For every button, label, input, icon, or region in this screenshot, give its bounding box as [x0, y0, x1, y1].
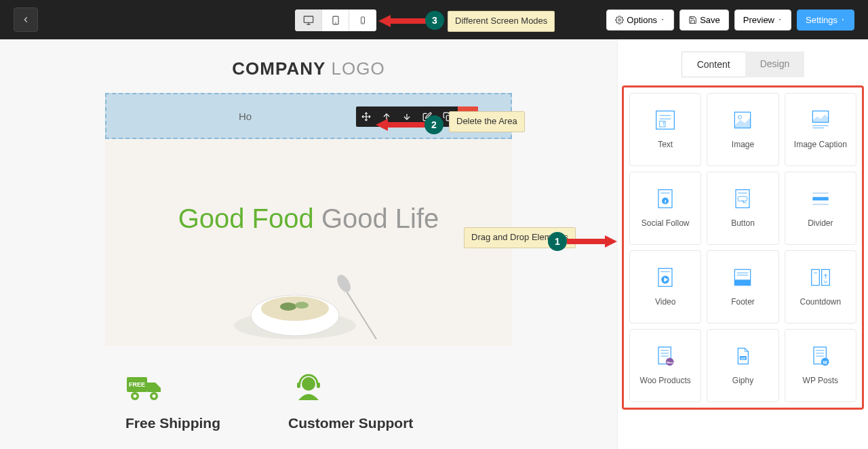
element-label: Countdown: [800, 297, 841, 307]
options-label: Options: [627, 15, 657, 25]
element-wp-posts[interactable]: WWP Posts: [785, 329, 856, 402]
svg-rect-0: [304, 16, 313, 22]
tab-design[interactable]: Design: [745, 52, 805, 77]
annotation-2: Delete the Area: [449, 111, 525, 132]
svg-text:T: T: [663, 121, 665, 126]
element-label: Giphy: [732, 376, 753, 385]
element-footer[interactable]: Footer: [707, 250, 778, 324]
features-row: FREE Free Shipping Customer Support: [105, 346, 512, 431]
badge-1: 1: [548, 232, 567, 251]
desktop-icon: [302, 15, 315, 26]
logo-light: LOGO: [326, 58, 384, 79]
hero-image: [220, 251, 397, 346]
feature-title: Customer Support: [288, 415, 413, 431]
element-button[interactable]: Button: [707, 172, 778, 245]
gear-icon: [615, 16, 624, 24]
svg-marker-75: [376, 119, 426, 131]
feature-free-shipping[interactable]: FREE Free Shipping: [125, 373, 220, 431]
move-icon: [361, 112, 371, 121]
svg-marker-76: [567, 235, 617, 248]
svg-point-6: [363, 22, 363, 23]
options-button[interactable]: Options: [606, 9, 674, 31]
preview-button[interactable]: Preview: [734, 9, 791, 31]
move-button[interactable]: [356, 106, 376, 127]
element-image-caption[interactable]: Image Caption: [785, 93, 856, 166]
support-icon: [288, 373, 329, 403]
svg-text:FREE: FREE: [129, 381, 145, 388]
element-woo-products[interactable]: WooWoo Products: [629, 329, 701, 402]
element-label: Divider: [808, 218, 833, 228]
main-area: COMPANY LOGO Ho Good Food Good Life: [0, 39, 868, 449]
svg-text:Woo: Woo: [667, 361, 673, 364]
topbar-actions: Options Save Preview Settings: [606, 9, 854, 31]
chevron-down-icon: [777, 17, 783, 22]
element-social-follow[interactable]: fSocial Follow: [629, 172, 701, 245]
sidebar-tabs: Content Design: [618, 39, 868, 85]
svg-point-35: [738, 115, 742, 119]
hero-green: Good Food: [178, 203, 314, 233]
svg-point-25: [153, 395, 156, 398]
chevron-down-icon: [660, 17, 665, 22]
preview-label: Preview: [743, 15, 774, 25]
mobile-mode-button[interactable]: [349, 9, 376, 31]
element-video[interactable]: Video: [629, 250, 701, 324]
element-text[interactable]: TText: [629, 93, 701, 166]
company-logo: COMPANY LOGO: [0, 39, 617, 93]
tablet-icon: [331, 14, 340, 26]
logo-bold: COMPANY: [232, 58, 326, 79]
back-button[interactable]: [14, 7, 38, 32]
nav-text-partial: Ho: [239, 111, 252, 122]
element-countdown[interactable]: Countdown: [785, 250, 856, 324]
mobile-icon: [359, 14, 367, 26]
sidebar: Content Design TTextImageImage CaptionfS…: [617, 39, 868, 449]
settings-button[interactable]: Settings: [797, 9, 854, 31]
arrow-1: [567, 235, 617, 248]
hero-block[interactable]: Good Food Good Life: [105, 139, 512, 346]
tab-content[interactable]: Content: [682, 52, 745, 77]
element-label: Image: [732, 140, 754, 149]
desktop-mode-button[interactable]: [295, 9, 322, 31]
arrow-3: [378, 15, 426, 27]
element-label: Image Caption: [794, 140, 847, 149]
element-label: Text: [658, 140, 673, 149]
hero-grey: Good Life: [314, 203, 439, 233]
badge-2: 2: [425, 115, 443, 134]
element-label: Button: [731, 218, 755, 228]
svg-rect-28: [317, 383, 320, 388]
save-label: Save: [700, 15, 720, 25]
elements-grid: TTextImageImage CaptionfSocial FollowBut…: [622, 85, 864, 410]
screen-mode-group: [295, 9, 376, 31]
element-giphy[interactable]: GIFGiphy: [707, 329, 778, 402]
badge-3: 3: [425, 11, 444, 30]
svg-rect-56: [735, 279, 751, 285]
arrow-2: [376, 119, 426, 131]
svg-rect-27: [297, 383, 300, 388]
svg-point-19: [334, 273, 353, 294]
svg-point-16: [280, 302, 296, 311]
svg-marker-74: [378, 15, 426, 27]
tablet-mode-button[interactable]: [322, 9, 349, 31]
svg-point-17: [295, 302, 309, 309]
shipping-icon: FREE: [125, 373, 166, 403]
element-divider[interactable]: Divider: [785, 172, 856, 245]
svg-point-4: [335, 22, 336, 23]
hero-title: Good Food Good Life: [178, 203, 439, 234]
svg-point-23: [134, 395, 137, 398]
svg-point-26: [302, 377, 315, 391]
element-label: WP Posts: [803, 376, 838, 385]
svg-point-7: [618, 18, 620, 20]
feature-customer-support[interactable]: Customer Support: [288, 373, 413, 431]
svg-text:GIF: GIF: [741, 357, 746, 360]
element-label: Woo Products: [640, 376, 691, 385]
svg-rect-47: [812, 197, 828, 201]
settings-label: Settings: [806, 15, 837, 25]
save-button[interactable]: Save: [679, 9, 729, 31]
chevron-right-icon: [840, 17, 846, 22]
element-image[interactable]: Image: [707, 93, 778, 166]
annotation-3: Different Screen Modes: [448, 11, 555, 32]
svg-rect-57: [811, 269, 819, 285]
svg-text:W: W: [823, 360, 827, 365]
save-icon: [688, 16, 697, 24]
element-label: Video: [655, 297, 675, 307]
element-label: Footer: [731, 297, 755, 307]
